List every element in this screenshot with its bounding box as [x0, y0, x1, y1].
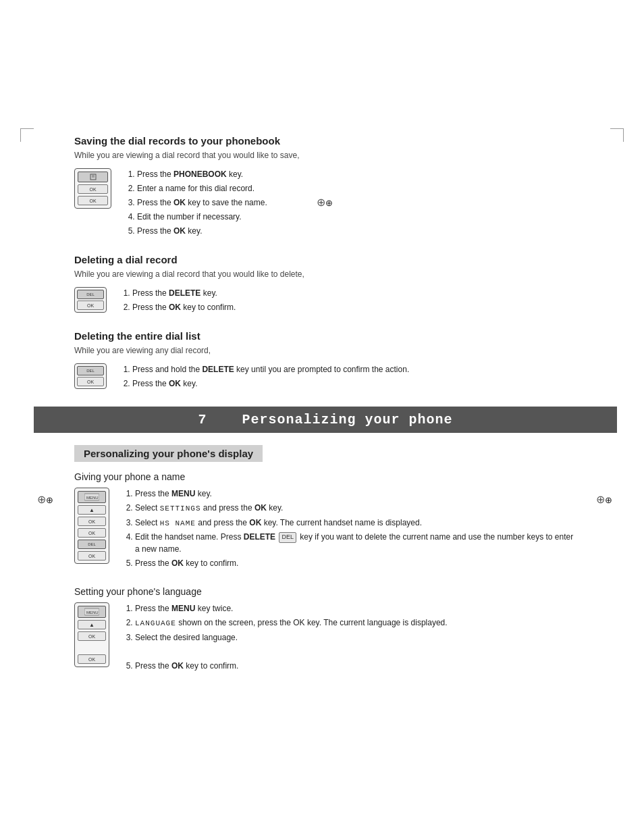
phone-name-diagram: MENU ▲ OK OK DEL OK: [74, 488, 109, 564]
saving-step-1: Press the PHONEBOOK key.: [137, 168, 576, 180]
deleting-record-steps-container: DEL OK Press the DELETE key. Press the O…: [74, 287, 576, 315]
name-step-4: Edit the handset name. Press DELETE DEL …: [135, 531, 576, 555]
inline-del-key: DEL: [279, 532, 296, 543]
saving-phone-diagram: OK OK: [74, 168, 111, 209]
section-saving-dial-records: Saving the dial records to your phoneboo…: [74, 135, 576, 239]
saving-step-4: Edit the number if necessary.: [137, 211, 576, 223]
phone-name-steps: Press the MENU key. Select SETTINGS and …: [123, 488, 576, 571]
deleting-list-steps: Press and hold the DELETE key until you …: [120, 363, 576, 392]
saving-steps: Press the PHONEBOOK key. Enter a name fo…: [125, 168, 576, 239]
phone-keys-language: MENU ▲ OK OK: [74, 602, 109, 667]
key-ok-del1: OK: [77, 301, 104, 310]
name-step-2: Select SETTINGS and press the OK key.: [135, 502, 576, 515]
deleting-record-subtitle: While you are viewing a dial record that…: [74, 269, 576, 279]
chapter-number: 7: [198, 412, 207, 427]
personalize-display-box: Personalizing your phone's display: [74, 445, 263, 462]
chapter-heading: 7 Personalizing your phone: [34, 407, 617, 433]
key-delete-1: DEL: [77, 290, 104, 299]
del-list-step-2: Press the OK key.: [132, 377, 576, 390]
key-ok-name3: OK: [78, 551, 106, 561]
lang-step-1: Press the MENU key twice.: [135, 602, 576, 615]
spacer-lang: [78, 643, 106, 652]
phone-keys-name: MENU ▲ OK OK DEL OK: [74, 488, 109, 564]
subsection-phone-language: Setting your phone's language MENU ▲ O: [74, 586, 576, 674]
svg-text:MENU: MENU: [86, 610, 99, 615]
corner-mark-tr: [610, 128, 624, 142]
personalize-display-title: Personalizing your phone's display: [84, 448, 253, 459]
lang-step-4: [123, 646, 576, 658]
key-del-name: DEL: [78, 540, 106, 549]
phone-language-diagram: MENU ▲ OK OK: [74, 602, 109, 667]
saving-step-2: Enter a name for this dial record.: [137, 182, 576, 194]
deleting-list-title: Deleting the entire dial list: [74, 330, 576, 342]
saving-subtitle: While you are viewing a dial record that…: [74, 151, 576, 160]
phone-keys-delete-list: DEL OK: [74, 363, 107, 389]
phone-language-title: Setting your phone's language: [74, 586, 576, 597]
name-step-5: Press the OK key to confirm.: [135, 557, 576, 569]
del-list-step-1: Press and hold the DELETE key until you …: [132, 363, 576, 375]
svg-text:MENU: MENU: [86, 496, 99, 500]
saving-title: Saving the dial records to your phoneboo…: [74, 135, 576, 147]
crosshair-top: ⊕: [317, 196, 327, 207]
key-ok-2: OK: [78, 196, 108, 205]
key-phonebook: [78, 172, 108, 182]
crosshair-left: ⊕: [37, 493, 48, 504]
deleting-list-subtitle: While you are viewing any dial record,: [74, 346, 576, 355]
deleting-record-steps: Press the DELETE key. Press the OK key t…: [120, 287, 576, 315]
section-deleting-list: Deleting the entire dial list While you …: [74, 330, 576, 392]
corner-mark-tl: [20, 128, 34, 142]
phone-name-steps-container: MENU ▲ OK OK DEL OK Press the MENU k: [74, 488, 576, 571]
key-ok-del2: OK: [77, 377, 104, 386]
section-deleting-record: Deleting a dial record While you are vie…: [74, 254, 576, 315]
key-menu-icon: MENU: [78, 491, 106, 503]
lang-step-2: LANGUAGE shown on the screen, press the …: [135, 617, 576, 629]
phone-name-title: Giving your phone a name: [74, 471, 576, 482]
key-ok-lang2: OK: [78, 654, 106, 664]
lang-step-5: Press the OK key to confirm.: [135, 660, 576, 672]
key-delete-2: DEL: [77, 366, 104, 375]
deleting-record-phone: DEL OK: [74, 287, 107, 313]
key-ok-name2: OK: [78, 528, 106, 538]
saving-step-5: Press the OK key.: [137, 225, 576, 237]
deleting-list-steps-container: DEL OK Press and hold the DELETE key unt…: [74, 363, 576, 392]
key-nav-up: ▲: [78, 505, 106, 515]
key-ok-name1: OK: [78, 517, 106, 526]
deleting-list-phone: DEL OK: [74, 363, 107, 389]
deleting-record-title: Deleting a dial record: [74, 254, 576, 265]
saving-step-3: Press the OK key to save the name.: [137, 197, 576, 209]
personalize-display-section: Personalizing your phone's display Givin…: [74, 445, 576, 674]
lang-step-3: Select the desired language.: [135, 631, 576, 644]
key-menu-lang: MENU: [78, 606, 106, 618]
page: ⊕ ⊕ ⊕ ⊕ Saving the dial records to your …: [0, 108, 644, 834]
subsection-phone-name: Giving your phone a name MENU ▲ OK: [74, 471, 576, 571]
chapter-heading-container: 7 Personalizing your phone: [54, 407, 597, 433]
del-record-step-1: Press the DELETE key.: [132, 287, 576, 299]
chapter-title: Personalizing your phone: [242, 412, 452, 427]
phone-language-steps: Press the MENU key twice. LANGUAGE shown…: [123, 602, 576, 674]
phone-language-steps-container: MENU ▲ OK OK Press the MENU key twice.: [74, 602, 576, 674]
crosshair-right: ⊕: [596, 493, 607, 504]
phone-keys-saving: OK OK: [74, 168, 111, 209]
name-step-1: Press the MENU key.: [135, 488, 576, 500]
name-step-3: Select HS NAME and press the OK key. The…: [135, 517, 576, 529]
del-record-step-2: Press the OK key to confirm.: [132, 301, 576, 313]
key-ok-1: OK: [78, 184, 108, 194]
key-ok-lang1: OK: [78, 631, 106, 641]
key-nav-up-lang: ▲: [78, 620, 106, 629]
phone-keys-delete-record: DEL OK: [74, 287, 107, 313]
